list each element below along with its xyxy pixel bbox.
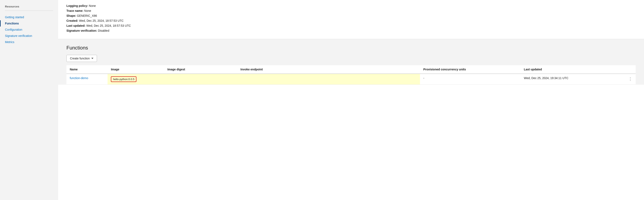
last-updated-value: Wed, Dec 25, 2024, 18:57:53 UTC — [86, 24, 131, 27]
sidebar-item-metrics[interactable]: Metrics — [0, 39, 58, 45]
last-updated-row: Last updated: Wed, Dec 25, 2024, 18:57:5… — [66, 24, 636, 27]
cell-name: function-demo — [66, 74, 108, 85]
image-value-boxed: hello-python:0.0.5 — [111, 76, 136, 82]
created-value: Wed, Dec 25, 2024, 18:57:53 UTC — [79, 19, 124, 22]
cell-concurrency: - — [420, 74, 520, 85]
trace-name-label: Trace name: — [66, 9, 84, 12]
chevron-down-icon — [91, 58, 94, 59]
col-header-menu — [612, 65, 636, 74]
col-header-endpoint: Invoke endpoint — [237, 65, 420, 74]
create-function-button[interactable]: Create function — [66, 55, 97, 62]
sidebar: Resources Getting started Functions Conf… — [0, 0, 58, 200]
sidebar-divider — [5, 10, 53, 11]
table-body: function-demo hello-python:0.0.5 - — [66, 74, 636, 85]
app-layout: Resources Getting started Functions Conf… — [0, 0, 644, 200]
create-function-label: Create function — [70, 57, 90, 60]
last-updated-label: Last updated: — [66, 24, 86, 27]
signature-value: Disabled — [98, 29, 109, 32]
concurrency-value: - — [423, 76, 424, 80]
main-content: Logging policy: None Trace name: None Sh… — [58, 0, 644, 200]
col-header-name: Name — [66, 65, 108, 74]
col-header-digest: Image digest — [164, 65, 237, 74]
col-header-image: Image — [108, 65, 164, 74]
created-label: Created: — [66, 19, 78, 22]
signature-row: Signature verification: Disabled — [66, 29, 636, 32]
sidebar-item-signature-verification[interactable]: Signature verification — [0, 33, 58, 39]
row-menu-button[interactable]: ⋮ — [615, 76, 632, 81]
cell-image: hello-python:0.0.5 — [108, 74, 164, 85]
shape-label: Shape: — [66, 14, 76, 17]
functions-table: Name Image Image digest Invoke endpoint … — [66, 65, 636, 85]
col-header-updated: Last updated — [520, 65, 612, 74]
function-name-link[interactable]: function-demo — [70, 76, 88, 80]
sidebar-item-configuration[interactable]: Configuration — [0, 26, 58, 33]
trace-name-value: None — [84, 9, 91, 12]
table-header-row: Name Image Image digest Invoke endpoint … — [66, 65, 636, 74]
sidebar-item-functions[interactable]: Functions — [0, 20, 58, 26]
logging-policy-value: None — [89, 4, 96, 7]
logging-policy-row: Logging policy: None — [66, 4, 636, 7]
col-header-concurrency: Provisioned concurrency units — [420, 65, 520, 74]
details-section: Logging policy: None Trace name: None Sh… — [58, 0, 644, 39]
shape-row: Shape: GENERIC_X86 — [66, 14, 636, 17]
cell-digest — [164, 74, 237, 85]
functions-section: Functions Create function Name Image Ima… — [58, 39, 644, 85]
cell-endpoint — [237, 74, 420, 85]
cell-updated: Wed, Dec 25, 2024, 19:34:11 UTC — [520, 74, 612, 85]
cell-menu: ⋮ — [612, 74, 636, 85]
created-row: Created: Wed, Dec 25, 2024, 18:57:53 UTC — [66, 19, 636, 22]
shape-value: GENERIC_X86 — [77, 14, 97, 17]
updated-value: Wed, Dec 25, 2024, 19:34:11 UTC — [524, 76, 568, 80]
sidebar-section-title: Resources — [0, 5, 58, 10]
sidebar-item-getting-started[interactable]: Getting started — [0, 14, 58, 20]
functions-title: Functions — [66, 45, 636, 51]
table-row: function-demo hello-python:0.0.5 - — [66, 74, 636, 85]
signature-label: Signature verification: — [66, 29, 97, 32]
logging-policy-label: Logging policy: — [66, 4, 88, 7]
table-header: Name Image Image digest Invoke endpoint … — [66, 65, 636, 74]
trace-name-row: Trace name: None — [66, 9, 636, 12]
